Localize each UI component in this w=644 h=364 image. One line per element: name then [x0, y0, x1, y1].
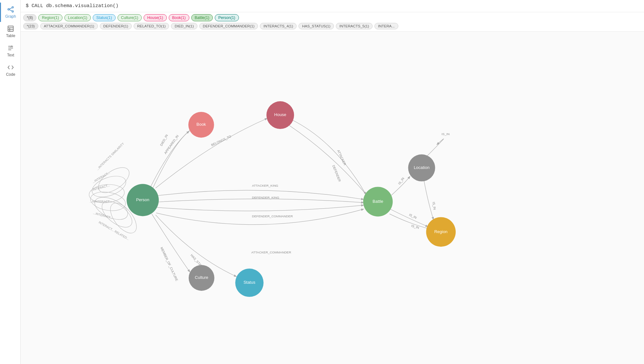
loop-label-interacts3: ...INTERACT... — [90, 183, 110, 192]
svg-text:A: A — [11, 45, 13, 48]
sidebar-item-graph[interactable]: Graph — [0, 3, 21, 22]
edge-label-is-in-self: IS_IN — [441, 132, 450, 136]
node-culture[interactable] — [189, 265, 214, 291]
filter-rel-more[interactable]: INTERA... — [374, 23, 398, 29]
edge-label-died-in: DIED_IN — [159, 134, 168, 147]
filter-rel-died-in[interactable]: DIED_IN(1) — [171, 23, 197, 29]
graph-icon — [7, 6, 14, 13]
edge-label-is-in-battle-loc: IS_IN — [397, 177, 405, 185]
edge-label-is-in-loc-reg: IS_IN — [432, 202, 436, 210]
sidebar-item-table[interactable]: Table — [0, 22, 21, 41]
command-bar: $ CALL db.schema.visualization() — [21, 0, 644, 12]
filter-all-nodes[interactable]: *(8) — [23, 14, 36, 21]
edge-label-attacker: ATTACKER — [336, 149, 347, 166]
filter-status[interactable]: Status(1) — [93, 14, 116, 21]
edge-label-defender-commander: DEFENDER_COMMANDER — [252, 214, 293, 218]
loop-label-interact-related: INTERACT... RELATED... — [98, 221, 130, 241]
filter-book[interactable]: Book(1) — [169, 14, 189, 21]
filter-person[interactable]: Person(1) — [215, 14, 239, 21]
edge-house-battle-attacker — [291, 120, 366, 195]
main-content: $ CALL db.schema.visualization() *(8) Re… — [21, 0, 644, 364]
filter-rel-defender-commander[interactable]: DEFENDER_COMMANDER(1) — [199, 23, 258, 29]
node-book[interactable] — [188, 112, 214, 138]
node-status[interactable] — [235, 269, 264, 297]
sidebar: Graph Table A Text Code — [0, 0, 21, 364]
edge-label-attacker-king: ATTACKER_KING — [252, 184, 279, 187]
self-loop-location — [427, 139, 444, 156]
node-battle[interactable] — [363, 187, 393, 217]
filter-location[interactable]: Location(1) — [64, 14, 91, 21]
text-icon: A — [7, 44, 14, 52]
sidebar-label-table: Table — [6, 34, 15, 38]
filter-rel-attacker-commander[interactable]: ATTACKER_COMMANDER(1) — [40, 23, 98, 29]
loop-label-interacts5: ...INTERACT... — [93, 211, 113, 220]
edge-battle-region1 — [390, 209, 428, 227]
filter-culture[interactable]: Culture(1) — [118, 14, 142, 21]
filter-rel-defender[interactable]: DEFENDER(1) — [100, 23, 132, 29]
svg-point-0 — [8, 9, 9, 10]
rel-filter-row: *(23) ATTACKER_COMMANDER(1) DEFENDER(1) … — [23, 23, 641, 29]
node-location[interactable] — [408, 154, 435, 182]
edge-label-belongs-to: BELONGS_TO — [211, 134, 232, 147]
filter-all-rels[interactable]: *(23) — [23, 23, 38, 29]
filter-rel-related-to[interactable]: RELATED_TO(1) — [134, 23, 169, 29]
edge-person-book-died — [151, 128, 193, 187]
sidebar-item-text[interactable]: A Text — [0, 41, 21, 61]
filter-rel-has-status[interactable]: HAS_STATUS(1) — [298, 23, 334, 29]
code-icon — [7, 64, 14, 71]
node-person[interactable] — [127, 184, 159, 216]
table-icon — [7, 25, 14, 32]
svg-line-3 — [9, 8, 12, 9]
svg-rect-5 — [8, 26, 14, 32]
sidebar-label-text: Text — [7, 53, 14, 57]
edge-person-book-appeared — [152, 131, 189, 189]
filter-rel-interacts-5[interactable]: INTERACTS_5(1) — [336, 23, 373, 29]
svg-point-1 — [12, 6, 14, 8]
sidebar-label-graph: Graph — [5, 14, 16, 19]
graph-svg: ...INTERACTS SIMILARITY ...INTERACT... .… — [21, 32, 644, 364]
loop-label-interacts4: ...NINTERACT... — [90, 200, 112, 203]
edge-label-defender-king: DEFENDER_KING — [252, 196, 279, 199]
sidebar-item-code[interactable]: Code — [0, 61, 21, 80]
filter-house[interactable]: House(1) — [144, 14, 166, 21]
node-region[interactable] — [426, 217, 456, 247]
edge-label-is-in-br2: IS_IN — [411, 224, 420, 230]
filter-rel-interacts-4[interactable]: INTERACTS_4(1) — [260, 23, 297, 29]
edge-label-defender: DEFENDER — [332, 164, 342, 182]
filter-bar: *(8) Region(1) Location(1) Status(1) Cul… — [21, 12, 644, 32]
edge-house-battle-defender — [289, 125, 367, 196]
command-prompt: $ CALL db.schema.visualization() — [26, 3, 118, 9]
loop-label-interacts-similarity: ...INTERACTS SIMILARITY — [96, 142, 125, 171]
svg-line-4 — [9, 10, 12, 11]
edge-location-region — [424, 180, 433, 220]
filter-region[interactable]: Region(1) — [38, 14, 62, 21]
graph-area[interactable]: ...INTERACTS SIMILARITY ...INTERACT... .… — [21, 32, 644, 364]
sidebar-label-code: Code — [6, 72, 15, 77]
svg-point-2 — [12, 11, 14, 12]
filter-battle[interactable]: Battle(1) — [191, 14, 213, 21]
node-house[interactable] — [266, 101, 294, 129]
edge-person-battle-defender-cmd — [157, 205, 364, 211]
node-filter-row: *(8) Region(1) Location(1) Status(1) Cul… — [23, 14, 641, 21]
edge-label-attacker-commander: ATTACKER_COMMANDER — [251, 251, 291, 254]
edge-person-battle-defender-king — [158, 199, 364, 203]
